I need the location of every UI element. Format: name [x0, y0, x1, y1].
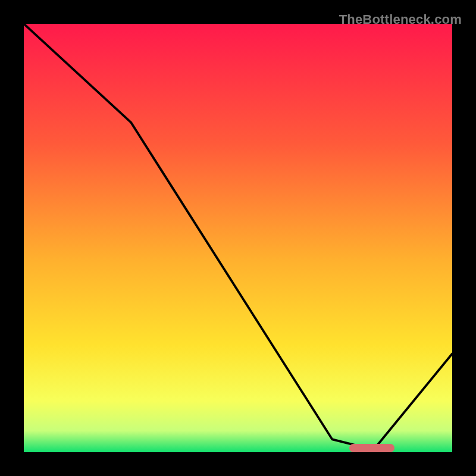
plot-area: [24, 24, 452, 452]
optimal-range-marker: [349, 444, 394, 452]
chart-frame: TheBottleneck.com: [0, 0, 476, 476]
watermark-text: TheBottleneck.com: [339, 12, 462, 27]
bottleneck-curve: [24, 24, 452, 452]
